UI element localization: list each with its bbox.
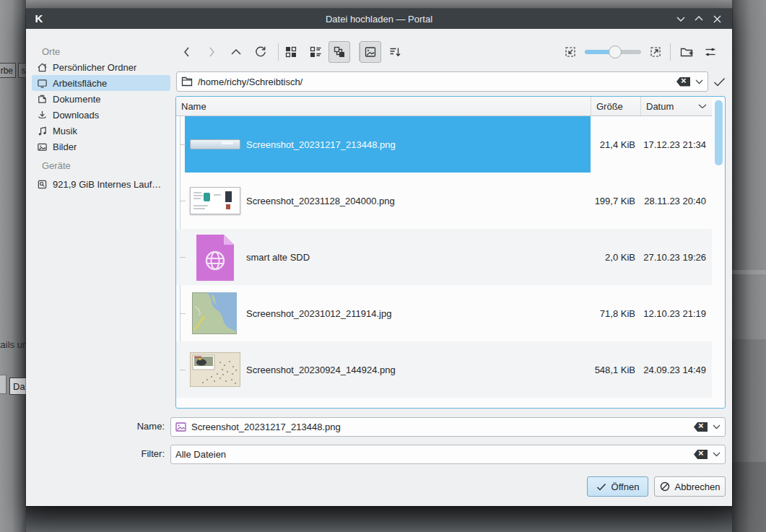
sidebar-item-label: Musik: [53, 126, 77, 136]
tree-branch-stub: [180, 313, 186, 314]
harddisk-icon: [37, 179, 48, 190]
sidebar-item-downloads[interactable]: Downloads: [32, 107, 170, 123]
path-text: /home/richy/Schreibtisch/: [198, 77, 671, 87]
background-fragment-box: [0, 375, 6, 394]
file-row[interactable]: Screenshot_20231012_211914.jpg 71,8 KiB …: [176, 285, 712, 341]
home-icon: [37, 62, 48, 73]
image-file-icon: [175, 422, 186, 432]
close-button[interactable]: [710, 12, 723, 25]
column-header-size[interactable]: Größe: [591, 97, 640, 115]
titlebar[interactable]: K Datei hochladen — Portal: [26, 9, 732, 29]
column-header-row: Name Größe Datum: [176, 97, 712, 116]
zoom-out-icon: [564, 45, 577, 58]
options-icon: [704, 45, 717, 58]
minimize-button[interactable]: [674, 12, 687, 25]
cancel-button[interactable]: Abbrechen: [654, 476, 726, 497]
file-row[interactable]: Screenshot_20231217_213448.png 21,4 KiB …: [176, 116, 712, 173]
file-date: 17.12.23 21:34: [640, 116, 712, 173]
file-thumbnail: [192, 292, 237, 334]
sidebar-item-internal-drive[interactable]: 921,9 GiB Internes Lauf…: [32, 176, 170, 192]
zoom-slider-handle[interactable]: [609, 45, 622, 58]
sidebar-item-label: Bilder: [53, 141, 77, 152]
sidebar-item-music[interactable]: Musik: [32, 123, 170, 139]
background-window-right: [732, 0, 766, 532]
sidebar-item-images[interactable]: Bilder: [32, 139, 170, 154]
file-row[interactable]: Screenshot_20231128_204000.png 199,7 KiB…: [176, 173, 712, 229]
chevron-down-icon[interactable]: [713, 424, 721, 429]
file-row[interactable]: smart alte SDD 2,0 KiB 27.10.23 19:26: [176, 229, 712, 285]
open-button[interactable]: Öffnen: [587, 476, 648, 497]
apply-path-button[interactable]: [710, 73, 728, 90]
clear-name-icon[interactable]: [694, 422, 708, 432]
places-header: Orte: [42, 46, 60, 57]
zoom-in-button[interactable]: [645, 41, 666, 63]
file-list-view[interactable]: Name Größe Datum Screenshot_20231217_213…: [175, 96, 726, 409]
map-thumbnail: [192, 292, 237, 334]
filter-value: Alle Dateien: [175, 449, 689, 460]
background-fragment-button: rbe: [0, 63, 16, 78]
sidebar-item-home[interactable]: Persönlicher Ordner: [32, 59, 170, 75]
forward-icon: [206, 46, 217, 58]
options-button[interactable]: [700, 41, 721, 63]
images-icon: [37, 141, 48, 152]
tree-branch-stub: [180, 257, 186, 258]
file-upload-dialog: K Datei hochladen — Portal Orte Persönli…: [26, 9, 732, 506]
file-name: Screenshot_20231128_204000.png: [246, 173, 395, 229]
file-date: 24.09.23 14:49: [640, 341, 712, 398]
back-button[interactable]: [176, 41, 198, 63]
detail-view-icon: [309, 45, 322, 58]
background-band: [732, 462, 766, 532]
clear-filter-icon[interactable]: [694, 450, 708, 459]
zoom-slider[interactable]: [585, 50, 641, 54]
sidebar-item-documents[interactable]: Dokumente: [32, 91, 170, 107]
file-name: Screenshot_20231012_211914.jpg: [246, 285, 391, 341]
sidebar-item-label: 921,9 GiB Internes Lauf…: [53, 179, 161, 190]
file-name: Screenshot_20231217_213448.png: [246, 116, 396, 173]
sort-button[interactable]: [384, 41, 406, 63]
zoom-out-button[interactable]: [560, 41, 581, 63]
sidebar-item-label: Persönlicher Ordner: [53, 62, 136, 73]
file-date: 28.11.23 20:40: [640, 173, 712, 229]
column-header-label: Datum: [646, 101, 674, 112]
chevron-down-icon[interactable]: [713, 452, 721, 457]
chevron-down-icon[interactable]: [695, 79, 703, 84]
reload-icon: [254, 45, 267, 58]
maximize-button[interactable]: [692, 12, 705, 25]
path-input[interactable]: /home/richy/Schreibtisch/: [176, 71, 708, 92]
icon-view-button[interactable]: [280, 41, 302, 63]
downloads-icon: [37, 110, 48, 121]
open-button-label: Öffnen: [612, 481, 640, 492]
file-size: 21,4 KiB: [591, 116, 640, 173]
tree-view-icon: [333, 45, 346, 58]
preview-toggle-button[interactable]: [360, 41, 381, 63]
detail-view-button[interactable]: [305, 41, 326, 63]
new-folder-button[interactable]: [676, 41, 697, 63]
file-name: smart alte SDD: [246, 229, 310, 285]
column-header-name[interactable]: Name: [176, 97, 591, 115]
file-thumbnail: [190, 352, 240, 387]
sidebar-item-label: Downloads: [53, 110, 99, 121]
name-input[interactable]: Screenshot_20231217_213448.png: [170, 417, 726, 437]
reload-button[interactable]: [250, 41, 271, 63]
html-file-icon: [196, 235, 234, 281]
folder-icon: [181, 77, 193, 87]
toolbar-separator: [670, 43, 671, 61]
cancel-button-label: Abbrechen: [675, 481, 721, 492]
up-button[interactable]: [225, 41, 247, 63]
file-thumbnail: [196, 235, 234, 281]
file-row[interactable]: Screenshot_20230924_144924.png 548,1 KiB…: [176, 341, 712, 398]
column-header-date[interactable]: Datum: [640, 97, 712, 115]
back-icon: [181, 46, 193, 58]
music-icon: [37, 126, 48, 136]
sort-descending-icon: [698, 104, 707, 109]
tree-branch-stub: [180, 144, 186, 145]
clear-path-icon[interactable]: [676, 77, 690, 87]
toolbar-separator: [278, 43, 279, 61]
window-title: Datei hochladen — Portal: [26, 14, 732, 25]
tree-view-button[interactable]: [328, 41, 350, 63]
filter-input[interactable]: Alle Dateien: [170, 445, 726, 464]
forward-button[interactable]: [201, 41, 222, 63]
file-date: 27.10.23 19:26: [640, 229, 712, 285]
scrollbar-thumb[interactable]: [715, 100, 723, 165]
sidebar-item-desktop[interactable]: Arbeitsfläche: [32, 75, 170, 91]
